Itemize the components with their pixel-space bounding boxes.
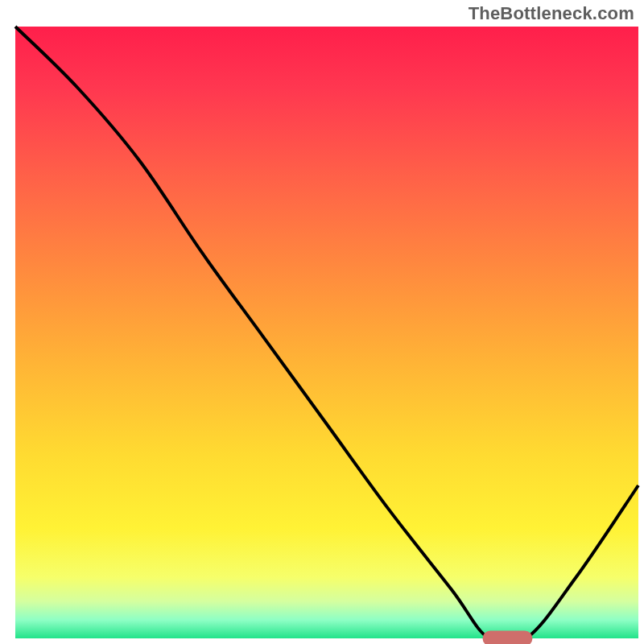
bottleneck-chart: TheBottleneck.com [0, 0, 644, 644]
optimal-range-marker [483, 631, 533, 645]
chart-svg [0, 0, 644, 644]
plot-background [15, 27, 638, 638]
watermark-label: TheBottleneck.com [469, 3, 634, 24]
